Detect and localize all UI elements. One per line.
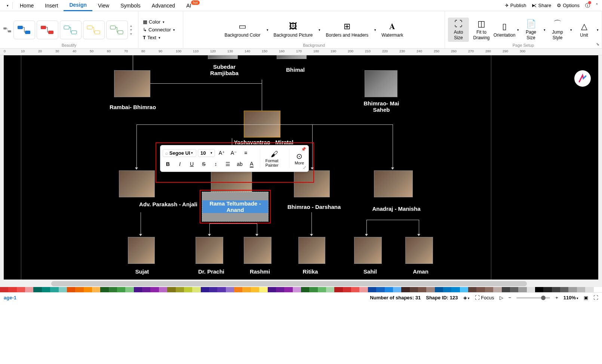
unit-button[interactable]: △Unit (574, 20, 595, 39)
color-swatch[interactable] (552, 287, 560, 292)
color-swatch[interactable] (368, 287, 376, 292)
watermark-button[interactable]: 𝐀Watermark (378, 20, 407, 39)
color-swatch[interactable] (59, 287, 67, 292)
fullscreen-button[interactable]: ⛶ (593, 295, 598, 300)
color-swatch[interactable] (117, 287, 125, 292)
theme-swatch-0[interactable] (3, 21, 12, 39)
layers-button[interactable]: ◈▾ (463, 295, 470, 300)
color-swatch[interactable] (251, 287, 259, 292)
color-swatch[interactable] (226, 287, 234, 292)
photo-subedar[interactable] (208, 55, 238, 59)
color-swatch[interactable] (518, 287, 526, 292)
collapse-ribbon-button[interactable]: ˄ (596, 3, 598, 8)
color-swatch[interactable] (476, 287, 485, 292)
focus-button[interactable]: ⛶ Focus (475, 295, 494, 300)
color-swatch[interactable] (134, 287, 142, 292)
color-swatch[interactable] (276, 287, 284, 292)
bg-color-dropdown[interactable]: ▾ (267, 28, 268, 32)
color-swatch[interactable] (326, 287, 334, 292)
strike-button[interactable]: S (199, 159, 209, 169)
color-swatch[interactable] (401, 287, 409, 292)
unit-dropdown[interactable]: ▾ (597, 28, 599, 32)
color-swatch[interactable] (594, 287, 602, 292)
photo-adv[interactable] (119, 170, 155, 197)
tab-design[interactable]: Design (64, 0, 92, 11)
photo-sahil[interactable] (354, 237, 382, 264)
color-swatch[interactable] (109, 287, 117, 292)
share-button[interactable]: ⧔Share (532, 3, 551, 8)
color-swatch[interactable] (92, 287, 100, 292)
tab-ai[interactable]: AIhot (181, 0, 205, 11)
color-swatch[interactable] (0, 287, 8, 292)
color-swatch[interactable] (125, 287, 133, 292)
zoom-in-button[interactable]: + (555, 295, 558, 300)
color-swatch[interactable] (50, 287, 58, 292)
color-swatch[interactable] (201, 287, 209, 292)
color-swatch[interactable] (142, 287, 150, 292)
edit-text-content[interactable]: Rama Teltumbade - Anand (202, 200, 268, 213)
color-swatch[interactable] (25, 287, 33, 292)
color-button[interactable]: ▦Color▾ (141, 18, 180, 25)
theme-more[interactable]: ▾ (130, 32, 132, 36)
color-swatch[interactable] (577, 287, 585, 292)
color-swatch[interactable] (343, 287, 351, 292)
photo-ritika[interactable] (298, 237, 325, 264)
color-swatch[interactable] (75, 287, 83, 292)
ai-assistant-button[interactable] (574, 70, 591, 87)
bold-button[interactable]: B (163, 159, 173, 169)
color-swatch[interactable] (502, 287, 510, 292)
background-picture-button[interactable]: 🖼Background Picture (270, 20, 317, 39)
color-swatch[interactable] (460, 287, 468, 292)
text-case-button[interactable]: ab (234, 159, 245, 169)
color-swatch[interactable] (468, 287, 476, 292)
more-button[interactable]: ⊙More (292, 152, 306, 165)
zoom-level[interactable]: 110%▾ (563, 295, 578, 300)
canvas-area[interactable]: Subedar Ramjibaba Bhimal Rambai- Bhimrao… (0, 55, 602, 287)
font-family-input[interactable]: ⌕Segoe UI▾ (163, 149, 196, 157)
tab-advanced[interactable]: Advanced (146, 0, 181, 11)
borders-dropdown[interactable]: ▾ (374, 28, 376, 32)
options-button[interactable]: ⚙Options (557, 3, 580, 8)
tab-view[interactable]: View (92, 0, 115, 11)
color-swatch[interactable] (318, 287, 326, 292)
color-swatch[interactable] (334, 287, 343, 292)
color-swatch[interactable] (376, 287, 384, 292)
page-size-button[interactable]: 📄Page Size (520, 18, 541, 42)
tab-symbols[interactable]: Symbols (115, 0, 146, 11)
color-swatch[interactable] (217, 287, 225, 292)
color-swatch[interactable] (535, 287, 543, 292)
theme-swatch-3[interactable] (60, 21, 82, 39)
decrease-font-button[interactable]: A⁻ (228, 148, 239, 158)
color-swatch[interactable] (159, 287, 167, 292)
theme-swatch-4[interactable] (83, 21, 105, 39)
page-tab[interactable]: age-1 (4, 295, 16, 300)
color-swatch[interactable] (150, 287, 159, 292)
horizontal-scrollbar[interactable] (4, 281, 598, 286)
photo-anadraj[interactable] (374, 170, 413, 197)
align-button[interactable]: ≡ (240, 148, 251, 158)
theme-swatch-1[interactable] (13, 21, 35, 39)
color-swatch[interactable] (560, 287, 568, 292)
fit-page-button[interactable]: ▣ (584, 295, 588, 300)
photo-rambai[interactable] (114, 70, 150, 97)
color-swatch[interactable] (176, 287, 184, 292)
borders-headers-button[interactable]: ⊞Borders and Headers (322, 20, 372, 39)
pin-button[interactable]: 📌 (301, 147, 306, 152)
increase-font-button[interactable]: A⁺ (216, 148, 227, 158)
color-swatch[interactable] (242, 287, 251, 292)
present-button[interactable]: ▷ (500, 295, 503, 300)
color-swatch[interactable] (268, 287, 276, 292)
italic-button[interactable]: I (175, 159, 185, 169)
color-swatch[interactable] (543, 287, 552, 292)
color-swatch[interactable] (418, 287, 426, 292)
color-swatch[interactable] (167, 287, 175, 292)
zoom-slider[interactable] (516, 297, 550, 299)
color-swatch[interactable] (293, 287, 301, 292)
format-painter-button[interactable]: 🖌Format Painter (263, 150, 286, 167)
color-swatch[interactable] (568, 287, 577, 292)
text-button[interactable]: TText▾ (141, 34, 180, 41)
jump-style-button[interactable]: ⌒Jump Style (547, 18, 568, 42)
bullets-button[interactable]: ☰ (222, 159, 233, 169)
color-swatch[interactable] (351, 287, 359, 292)
color-swatch[interactable] (309, 287, 317, 292)
